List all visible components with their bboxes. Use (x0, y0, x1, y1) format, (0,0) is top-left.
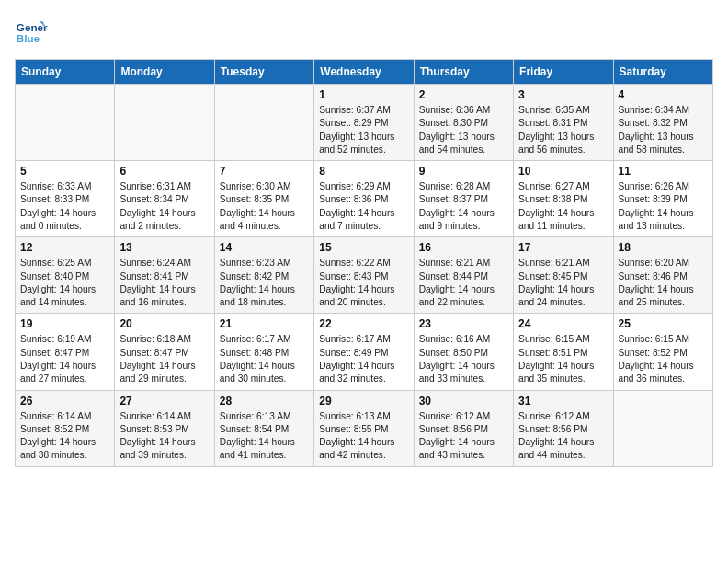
day-number: 15 (319, 241, 408, 254)
day-number: 25 (619, 317, 708, 330)
day-number: 17 (518, 241, 608, 254)
col-header-monday: Monday (115, 60, 214, 85)
cell-info: Sunrise: 6:20 AM Sunset: 8:46 PM Dayligh… (619, 257, 708, 309)
calendar-cell: 23Sunrise: 6:16 AM Sunset: 8:50 PM Dayli… (414, 314, 513, 390)
col-header-thursday: Thursday (414, 60, 513, 85)
calendar-cell: 10Sunrise: 6:27 AM Sunset: 8:38 PM Dayli… (514, 161, 613, 237)
calendar-cell: 4Sunrise: 6:34 AM Sunset: 8:32 PM Daylig… (613, 85, 712, 161)
cell-info: Sunrise: 6:33 AM Sunset: 8:33 PM Dayligh… (20, 180, 109, 233)
calendar-cell: 15Sunrise: 6:22 AM Sunset: 8:43 PM Dayli… (314, 237, 414, 314)
cell-info: Sunrise: 6:18 AM Sunset: 8:47 PM Dayligh… (119, 333, 209, 385)
cell-info: Sunrise: 6:24 AM Sunset: 8:41 PM Dayligh… (119, 257, 209, 309)
cell-info: Sunrise: 6:14 AM Sunset: 8:52 PM Dayligh… (20, 410, 109, 463)
calendar-cell: 28Sunrise: 6:13 AM Sunset: 8:54 PM Dayli… (214, 390, 313, 466)
cell-info: Sunrise: 6:25 AM Sunset: 8:40 PM Dayligh… (20, 257, 109, 309)
cell-info: Sunrise: 6:17 AM Sunset: 8:48 PM Dayligh… (220, 333, 309, 385)
day-number: 24 (518, 317, 608, 330)
day-number: 11 (619, 165, 708, 178)
calendar-cell: 30Sunrise: 6:12 AM Sunset: 8:56 PM Dayli… (414, 390, 513, 466)
calendar-cell: 21Sunrise: 6:17 AM Sunset: 8:48 PM Dayli… (214, 314, 313, 390)
cell-info: Sunrise: 6:27 AM Sunset: 8:38 PM Dayligh… (518, 180, 608, 233)
logo-icon: General Blue (15, 15, 48, 48)
logo: General Blue (15, 15, 51, 48)
cell-info: Sunrise: 6:28 AM Sunset: 8:37 PM Dayligh… (419, 180, 508, 233)
cell-info: Sunrise: 6:12 AM Sunset: 8:56 PM Dayligh… (518, 410, 608, 463)
cell-info: Sunrise: 6:34 AM Sunset: 8:32 PM Dayligh… (619, 104, 708, 156)
day-number: 18 (619, 241, 708, 254)
calendar-cell: 26Sunrise: 6:14 AM Sunset: 8:52 PM Dayli… (16, 390, 115, 466)
day-number: 7 (220, 165, 309, 178)
day-number: 23 (419, 317, 508, 330)
cell-info: Sunrise: 6:14 AM Sunset: 8:53 PM Dayligh… (119, 410, 209, 463)
cell-info: Sunrise: 6:36 AM Sunset: 8:30 PM Dayligh… (419, 104, 508, 156)
day-number: 5 (20, 165, 109, 178)
col-header-friday: Friday (514, 60, 613, 85)
calendar-cell: 14Sunrise: 6:23 AM Sunset: 8:42 PM Dayli… (214, 237, 313, 314)
svg-text:Blue: Blue (17, 32, 40, 44)
day-number: 13 (119, 241, 209, 254)
calendar-cell: 16Sunrise: 6:21 AM Sunset: 8:44 PM Dayli… (414, 237, 513, 314)
calendar-cell: 6Sunrise: 6:31 AM Sunset: 8:34 PM Daylig… (115, 161, 214, 237)
calendar-cell (214, 85, 313, 161)
day-number: 20 (119, 317, 209, 330)
calendar-cell: 3Sunrise: 6:35 AM Sunset: 8:31 PM Daylig… (514, 85, 613, 161)
col-header-saturday: Saturday (613, 60, 712, 85)
calendar-cell: 5Sunrise: 6:33 AM Sunset: 8:33 PM Daylig… (16, 161, 115, 237)
calendar-cell: 9Sunrise: 6:28 AM Sunset: 8:37 PM Daylig… (414, 161, 513, 237)
cell-info: Sunrise: 6:13 AM Sunset: 8:54 PM Dayligh… (220, 410, 309, 463)
calendar-cell (115, 85, 214, 161)
cell-info: Sunrise: 6:16 AM Sunset: 8:50 PM Dayligh… (419, 333, 508, 385)
col-header-tuesday: Tuesday (214, 60, 313, 85)
day-number: 10 (518, 165, 608, 178)
calendar-cell: 31Sunrise: 6:12 AM Sunset: 8:56 PM Dayli… (514, 390, 613, 466)
day-number: 31 (518, 395, 608, 408)
cell-info: Sunrise: 6:29 AM Sunset: 8:36 PM Dayligh… (319, 180, 408, 233)
day-number: 28 (220, 395, 309, 408)
calendar-cell: 29Sunrise: 6:13 AM Sunset: 8:55 PM Dayli… (314, 390, 414, 466)
day-number: 14 (220, 241, 309, 254)
day-number: 9 (419, 165, 508, 178)
cell-info: Sunrise: 6:30 AM Sunset: 8:35 PM Dayligh… (220, 180, 309, 233)
day-number: 1 (319, 88, 408, 101)
calendar-cell: 11Sunrise: 6:26 AM Sunset: 8:39 PM Dayli… (613, 161, 712, 237)
day-number: 21 (220, 317, 309, 330)
calendar-cell: 25Sunrise: 6:15 AM Sunset: 8:52 PM Dayli… (613, 314, 712, 390)
calendar-cell: 8Sunrise: 6:29 AM Sunset: 8:36 PM Daylig… (314, 161, 414, 237)
calendar-cell: 2Sunrise: 6:36 AM Sunset: 8:30 PM Daylig… (414, 85, 513, 161)
cell-info: Sunrise: 6:17 AM Sunset: 8:49 PM Dayligh… (319, 333, 408, 385)
cell-info: Sunrise: 6:21 AM Sunset: 8:44 PM Dayligh… (419, 257, 508, 309)
day-number: 29 (319, 395, 408, 408)
cell-info: Sunrise: 6:12 AM Sunset: 8:56 PM Dayligh… (419, 410, 508, 463)
day-number: 3 (518, 88, 608, 101)
calendar-cell: 7Sunrise: 6:30 AM Sunset: 8:35 PM Daylig… (214, 161, 313, 237)
cell-info: Sunrise: 6:15 AM Sunset: 8:51 PM Dayligh… (518, 333, 608, 385)
calendar-cell (613, 390, 712, 466)
calendar-cell: 18Sunrise: 6:20 AM Sunset: 8:46 PM Dayli… (613, 237, 712, 314)
calendar-cell: 17Sunrise: 6:21 AM Sunset: 8:45 PM Dayli… (514, 237, 613, 314)
calendar-cell: 19Sunrise: 6:19 AM Sunset: 8:47 PM Dayli… (16, 314, 115, 390)
cell-info: Sunrise: 6:15 AM Sunset: 8:52 PM Dayligh… (619, 333, 708, 385)
cell-info: Sunrise: 6:21 AM Sunset: 8:45 PM Dayligh… (518, 257, 608, 309)
col-header-wednesday: Wednesday (314, 60, 414, 85)
day-number: 12 (20, 241, 109, 254)
page-header: General Blue (15, 15, 713, 48)
day-number: 30 (419, 395, 508, 408)
day-number: 4 (619, 88, 708, 101)
cell-info: Sunrise: 6:23 AM Sunset: 8:42 PM Dayligh… (220, 257, 309, 309)
calendar-cell: 12Sunrise: 6:25 AM Sunset: 8:40 PM Dayli… (16, 237, 115, 314)
day-number: 26 (20, 395, 109, 408)
calendar-table: SundayMondayTuesdayWednesdayThursdayFrid… (15, 59, 713, 467)
day-number: 22 (319, 317, 408, 330)
cell-info: Sunrise: 6:37 AM Sunset: 8:29 PM Dayligh… (319, 104, 408, 156)
calendar-cell: 24Sunrise: 6:15 AM Sunset: 8:51 PM Dayli… (514, 314, 613, 390)
col-header-sunday: Sunday (16, 60, 115, 85)
day-number: 6 (119, 165, 209, 178)
calendar-cell (16, 85, 115, 161)
day-number: 19 (20, 317, 109, 330)
cell-info: Sunrise: 6:26 AM Sunset: 8:39 PM Dayligh… (619, 180, 708, 233)
calendar-cell: 22Sunrise: 6:17 AM Sunset: 8:49 PM Dayli… (314, 314, 414, 390)
cell-info: Sunrise: 6:35 AM Sunset: 8:31 PM Dayligh… (518, 104, 608, 156)
calendar-cell: 1Sunrise: 6:37 AM Sunset: 8:29 PM Daylig… (314, 85, 414, 161)
day-number: 2 (419, 88, 508, 101)
calendar-header: SundayMondayTuesdayWednesdayThursdayFrid… (16, 60, 713, 85)
